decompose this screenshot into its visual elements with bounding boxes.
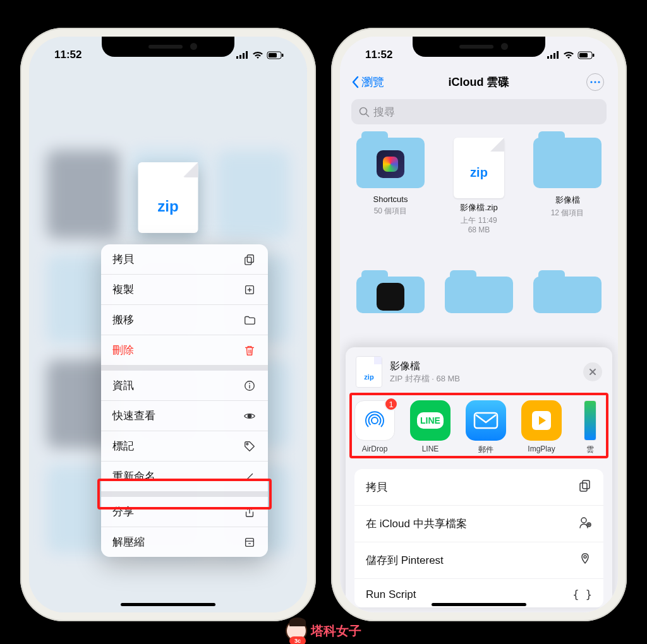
file-thumbnail-icon: zip <box>356 356 382 388</box>
svg-rect-33 <box>475 413 497 428</box>
share-icon <box>243 505 257 519</box>
imgplay-icon <box>521 400 562 441</box>
wifi-icon <box>252 51 263 59</box>
share-action-label: 在 iCloud 中共享檔案 <box>366 516 467 531</box>
svg-rect-6 <box>282 54 284 57</box>
file-item[interactable]: 影像檔12 個項目 <box>528 138 607 235</box>
share-app-label: AirDrop <box>362 444 388 453</box>
copy-icon <box>243 253 257 266</box>
pin-icon <box>578 552 592 569</box>
zip-file-icon: zip <box>454 138 504 198</box>
file-grid: Shortcuts50 個項目zip影像檔.zip上午 11:4968 MB影像… <box>351 138 607 235</box>
context-menu-label: 複製 <box>112 282 134 297</box>
svg-rect-21 <box>550 55 552 59</box>
back-label: 瀏覽 <box>361 75 384 90</box>
context-menu-item-share[interactable]: 分享 <box>101 497 268 527</box>
share-file-detail: ZIP 封存檔 · 68 MB <box>390 373 460 385</box>
context-menu-item-duplicate[interactable]: 複製 <box>101 275 268 305</box>
share-app-mail[interactable]: 郵件 <box>466 400 506 455</box>
context-menu-item-tag[interactable]: 標記 <box>101 431 268 462</box>
svg-point-30 <box>360 107 367 114</box>
share-file-name: 影像檔 <box>390 360 460 373</box>
svg-rect-35 <box>580 483 587 491</box>
cellular-icon <box>236 51 249 59</box>
context-menu-label: 快速查看 <box>112 408 155 423</box>
ellipsis-icon <box>590 81 600 83</box>
file-item[interactable]: zip影像檔.zip上午 11:4968 MB <box>440 138 518 235</box>
notch <box>102 37 234 57</box>
context-menu-label: 刪除 <box>112 343 134 357</box>
cellular-icon <box>547 51 560 59</box>
context-menu-label: 重新命名 <box>112 469 155 484</box>
battery-icon <box>267 51 284 59</box>
share-action-label: 拷貝 <box>366 480 387 494</box>
share-app-imgplay[interactable]: ImgPlay <box>521 400 562 455</box>
share-sheet: zip 影像檔 ZIP 封存檔 · 68 MB 1AirDropLINELINE… <box>346 347 612 607</box>
more-button[interactable] <box>586 73 604 91</box>
archive-icon <box>243 535 257 549</box>
share-app-label: 雲 <box>586 444 594 455</box>
person-add-icon <box>578 515 592 532</box>
share-action-person-add[interactable]: 在 iCloud 中共享檔案 <box>354 506 603 542</box>
home-indicator[interactable] <box>432 603 526 606</box>
share-app-label: LINE <box>422 444 439 453</box>
share-app-line[interactable]: LINELINE <box>410 400 450 455</box>
svg-point-28 <box>594 81 596 83</box>
duplicate-icon <box>243 283 257 297</box>
svg-rect-5 <box>269 53 277 57</box>
watermark-text: 塔科女子 <box>311 623 361 640</box>
file-subtitle: 12 個項目 <box>551 208 584 218</box>
watermark-avatar-icon <box>286 620 307 641</box>
file-item[interactable] <box>351 277 430 317</box>
context-menu-label: 標記 <box>112 439 134 453</box>
wifi-icon <box>563 51 574 59</box>
context-menu-item-eye[interactable]: 快速查看 <box>101 401 268 431</box>
search-input[interactable]: 搜尋 <box>351 99 607 124</box>
share-action-pin[interactable]: 儲存到 Pinterest <box>354 542 603 579</box>
phone-right: 11:52 <box>331 28 627 621</box>
notch <box>413 37 545 57</box>
svg-point-40 <box>584 556 586 558</box>
file-preview-zip[interactable]: zip <box>138 162 198 233</box>
tag-icon <box>243 439 257 453</box>
folder-icon <box>243 313 257 327</box>
context-menu-item-folder[interactable]: 搬移 <box>101 305 268 335</box>
file-item[interactable]: Shortcuts50 個項目 <box>351 138 430 235</box>
context-menu-item-copy[interactable]: 拷貝 <box>101 244 268 275</box>
svg-rect-20 <box>547 56 549 59</box>
context-menu-label: 解壓縮 <box>112 535 145 549</box>
share-app-row[interactable]: 1AirDropLINELINE郵件ImgPlay雲 <box>346 395 612 458</box>
file-item[interactable] <box>440 277 518 317</box>
share-action-copy[interactable]: 拷貝 <box>354 469 603 506</box>
share-action-label: 儲存到 Pinterest <box>366 553 444 568</box>
svg-rect-22 <box>553 53 555 59</box>
file-name: Shortcuts <box>373 194 408 204</box>
extra-icon <box>584 400 596 441</box>
info-icon <box>243 379 257 393</box>
context-menu-item-archive[interactable]: 解壓縮 <box>101 527 268 557</box>
airdrop-icon: 1 <box>354 400 395 441</box>
context-menu-item-pencil[interactable]: 重新命名 <box>101 462 268 492</box>
status-time: 11:52 <box>365 49 392 61</box>
navbar: 瀏覽 iCloud 雲碟 <box>340 67 618 97</box>
screen-right: 11:52 <box>340 37 618 612</box>
share-app-extra[interactable]: 雲 <box>577 400 603 455</box>
svg-point-16 <box>246 443 248 445</box>
home-indicator[interactable] <box>121 603 215 606</box>
context-menu-item-info[interactable]: 資訊 <box>101 371 268 401</box>
share-app-airdrop[interactable]: 1AirDrop <box>354 400 395 455</box>
context-menu-label: 搬移 <box>112 313 134 327</box>
context-menu-item-trash[interactable]: 刪除 <box>101 335 268 366</box>
zip-label: zip <box>138 198 198 215</box>
page-title: iCloud 雲碟 <box>449 75 510 90</box>
back-button[interactable]: 瀏覽 <box>351 75 384 90</box>
file-item[interactable] <box>528 277 607 317</box>
eye-icon <box>243 409 257 423</box>
svg-point-15 <box>248 414 251 417</box>
svg-rect-23 <box>557 51 559 59</box>
search-icon <box>359 107 370 117</box>
close-button[interactable] <box>583 362 602 381</box>
share-sheet-header: zip 影像檔 ZIP 封存檔 · 68 MB <box>346 347 612 395</box>
svg-point-29 <box>598 81 600 83</box>
battery-icon <box>577 51 595 59</box>
